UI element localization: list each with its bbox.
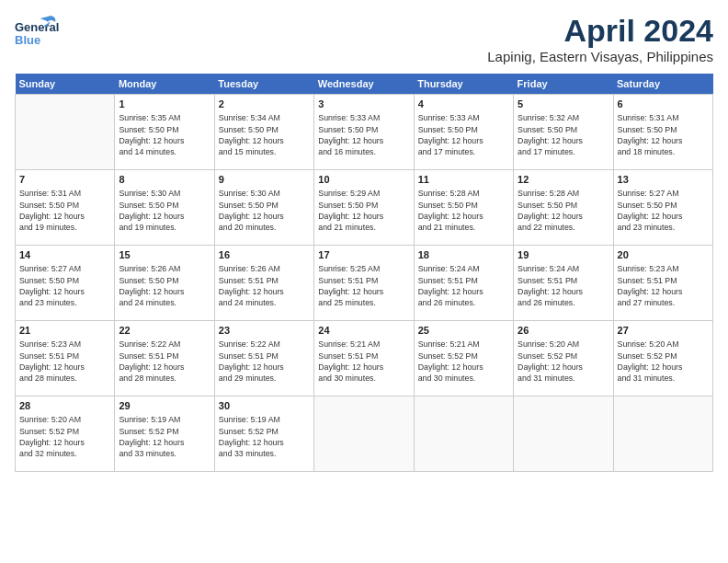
calendar-day: 14Sunrise: 5:27 AMSunset: 5:50 PMDayligh… [16, 246, 115, 321]
calendar-day: 7Sunrise: 5:31 AMSunset: 5:50 PMDaylight… [16, 170, 115, 246]
day-info: Sunrise: 5:25 AMSunset: 5:51 PMDaylight:… [318, 263, 409, 308]
calendar-day [613, 396, 712, 472]
day-info: Sunrise: 5:30 AMSunset: 5:50 PMDaylight:… [219, 188, 310, 233]
day-info: Sunrise: 5:24 AMSunset: 5:51 PMDaylight:… [418, 263, 509, 308]
calendar-week-4: 21Sunrise: 5:23 AMSunset: 5:51 PMDayligh… [16, 321, 713, 396]
day-info: Sunrise: 5:28 AMSunset: 5:50 PMDaylight:… [418, 188, 509, 233]
day-info: Sunrise: 5:21 AMSunset: 5:51 PMDaylight:… [318, 339, 409, 384]
calendar-day: 3Sunrise: 5:33 AMSunset: 5:50 PMDaylight… [314, 95, 414, 170]
day-info: Sunrise: 5:27 AMSunset: 5:50 PMDaylight:… [618, 188, 709, 233]
calendar-day: 12Sunrise: 5:28 AMSunset: 5:50 PMDayligh… [514, 170, 613, 246]
day-number: 26 [518, 324, 609, 338]
day-number: 19 [518, 248, 609, 262]
calendar-header-sunday: Sunday [16, 74, 115, 95]
day-info: Sunrise: 5:30 AMSunset: 5:50 PMDaylight:… [119, 188, 210, 233]
day-info: Sunrise: 5:22 AMSunset: 5:51 PMDaylight:… [119, 339, 210, 384]
calendar-day: 22Sunrise: 5:22 AMSunset: 5:51 PMDayligh… [115, 321, 214, 396]
calendar-day: 5Sunrise: 5:32 AMSunset: 5:50 PMDaylight… [514, 95, 613, 170]
calendar-day: 27Sunrise: 5:20 AMSunset: 5:52 PMDayligh… [613, 321, 712, 396]
day-number: 25 [418, 324, 509, 338]
calendar-day: 15Sunrise: 5:26 AMSunset: 5:50 PMDayligh… [115, 246, 214, 321]
calendar-day: 29Sunrise: 5:19 AMSunset: 5:52 PMDayligh… [115, 396, 214, 472]
day-number: 4 [418, 98, 509, 111]
header: General Blue April 2024 Lapinig, Eastern… [15, 13, 713, 64]
day-number: 11 [418, 173, 509, 187]
calendar-day: 30Sunrise: 5:19 AMSunset: 5:52 PMDayligh… [214, 396, 313, 472]
day-number: 1 [119, 98, 210, 111]
day-info: Sunrise: 5:29 AMSunset: 5:50 PMDaylight:… [318, 188, 409, 233]
calendar-day: 26Sunrise: 5:20 AMSunset: 5:52 PMDayligh… [514, 321, 613, 396]
day-info: Sunrise: 5:22 AMSunset: 5:51 PMDaylight:… [219, 339, 310, 384]
calendar-day: 19Sunrise: 5:24 AMSunset: 5:51 PMDayligh… [514, 246, 613, 321]
day-info: Sunrise: 5:28 AMSunset: 5:50 PMDaylight:… [518, 188, 609, 233]
day-number: 24 [318, 324, 409, 338]
logo: General Blue [15, 13, 59, 57]
day-number: 7 [19, 173, 110, 187]
day-number: 29 [119, 399, 210, 413]
calendar-day: 28Sunrise: 5:20 AMSunset: 5:52 PMDayligh… [16, 396, 115, 472]
day-number: 13 [618, 173, 709, 187]
day-info: Sunrise: 5:27 AMSunset: 5:50 PMDaylight:… [19, 263, 110, 308]
day-info: Sunrise: 5:26 AMSunset: 5:50 PMDaylight:… [119, 263, 210, 308]
day-info: Sunrise: 5:20 AMSunset: 5:52 PMDaylight:… [19, 414, 110, 459]
day-info: Sunrise: 5:34 AMSunset: 5:50 PMDaylight:… [219, 112, 310, 157]
calendar-header-monday: Monday [115, 74, 214, 95]
day-info: Sunrise: 5:33 AMSunset: 5:50 PMDaylight:… [418, 112, 509, 157]
day-number: 12 [518, 173, 609, 187]
calendar-day [314, 396, 414, 472]
calendar-day: 18Sunrise: 5:24 AMSunset: 5:51 PMDayligh… [414, 246, 513, 321]
calendar-header-tuesday: Tuesday [214, 74, 313, 95]
month-title: April 2024 [487, 13, 713, 49]
day-number: 22 [119, 324, 210, 338]
calendar-day: 8Sunrise: 5:30 AMSunset: 5:50 PMDaylight… [115, 170, 214, 246]
calendar-day: 9Sunrise: 5:30 AMSunset: 5:50 PMDaylight… [214, 170, 313, 246]
day-number: 30 [219, 399, 310, 413]
calendar-day: 13Sunrise: 5:27 AMSunset: 5:50 PMDayligh… [613, 170, 712, 246]
logo-icon: General Blue [15, 13, 59, 53]
calendar-day [16, 95, 115, 170]
calendar-week-3: 14Sunrise: 5:27 AMSunset: 5:50 PMDayligh… [16, 246, 713, 321]
calendar-day: 24Sunrise: 5:21 AMSunset: 5:51 PMDayligh… [314, 321, 414, 396]
calendar-body: 1Sunrise: 5:35 AMSunset: 5:50 PMDaylight… [16, 95, 713, 472]
day-info: Sunrise: 5:21 AMSunset: 5:52 PMDaylight:… [418, 339, 509, 384]
day-number: 17 [318, 248, 409, 262]
title-block: April 2024 Lapinig, Eastern Visayas, Phi… [487, 13, 713, 64]
calendar-day: 23Sunrise: 5:22 AMSunset: 5:51 PMDayligh… [214, 321, 313, 396]
calendar-day: 11Sunrise: 5:28 AMSunset: 5:50 PMDayligh… [414, 170, 513, 246]
day-number: 28 [19, 399, 110, 413]
day-info: Sunrise: 5:20 AMSunset: 5:52 PMDaylight:… [518, 339, 609, 384]
location-title: Lapinig, Eastern Visayas, Philippines [487, 49, 713, 64]
day-info: Sunrise: 5:31 AMSunset: 5:50 PMDaylight:… [618, 112, 709, 157]
calendar-header-thursday: Thursday [414, 74, 513, 95]
day-info: Sunrise: 5:35 AMSunset: 5:50 PMDaylight:… [119, 112, 210, 157]
day-number: 5 [518, 98, 609, 111]
calendar-week-2: 7Sunrise: 5:31 AMSunset: 5:50 PMDaylight… [16, 170, 713, 246]
day-info: Sunrise: 5:24 AMSunset: 5:51 PMDaylight:… [518, 263, 609, 308]
day-number: 8 [119, 173, 210, 187]
calendar-header-friday: Friday [514, 74, 613, 95]
day-number: 18 [418, 248, 509, 262]
day-info: Sunrise: 5:32 AMSunset: 5:50 PMDaylight:… [518, 112, 609, 157]
day-number: 23 [219, 324, 310, 338]
day-number: 27 [618, 324, 709, 338]
calendar-day: 25Sunrise: 5:21 AMSunset: 5:52 PMDayligh… [414, 321, 513, 396]
calendar-day: 17Sunrise: 5:25 AMSunset: 5:51 PMDayligh… [314, 246, 414, 321]
day-number: 9 [219, 173, 310, 187]
day-info: Sunrise: 5:33 AMSunset: 5:50 PMDaylight:… [318, 112, 409, 157]
day-number: 10 [318, 173, 409, 187]
day-number: 20 [618, 248, 709, 262]
day-info: Sunrise: 5:23 AMSunset: 5:51 PMDaylight:… [19, 339, 110, 384]
svg-text:Blue: Blue [15, 33, 40, 47]
calendar-day [414, 396, 513, 472]
day-info: Sunrise: 5:26 AMSunset: 5:51 PMDaylight:… [219, 263, 310, 308]
calendar-day: 16Sunrise: 5:26 AMSunset: 5:51 PMDayligh… [214, 246, 313, 321]
calendar-header-row: SundayMondayTuesdayWednesdayThursdayFrid… [16, 74, 713, 95]
calendar-header-wednesday: Wednesday [314, 74, 414, 95]
day-number: 16 [219, 248, 310, 262]
day-info: Sunrise: 5:31 AMSunset: 5:50 PMDaylight:… [19, 188, 110, 233]
day-number: 15 [119, 248, 210, 262]
svg-text:General: General [15, 20, 59, 34]
calendar-week-1: 1Sunrise: 5:35 AMSunset: 5:50 PMDaylight… [16, 95, 713, 170]
calendar-header-saturday: Saturday [613, 74, 712, 95]
day-info: Sunrise: 5:19 AMSunset: 5:52 PMDaylight:… [219, 414, 310, 459]
